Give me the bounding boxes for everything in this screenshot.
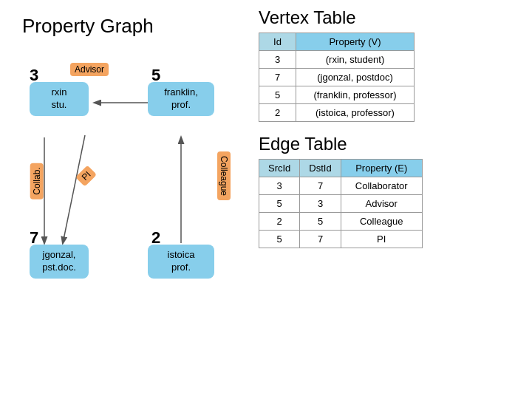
edge-table-row: 37Collaborator	[259, 177, 423, 195]
vertex-header-property: Property (V)	[296, 33, 415, 51]
edge-advisor-label: Advisor	[70, 63, 109, 76]
vertex-header-id: Id	[259, 33, 296, 51]
left-panel: Property Graph 3	[0, 0, 251, 399]
edge-srcid-cell: 2	[259, 213, 300, 231]
edge-property-cell: Advisor	[341, 195, 422, 213]
edge-table: SrcId DstId Property (E) 37Collaborator5…	[259, 159, 423, 248]
edge-header-srcid: SrcId	[259, 160, 300, 177]
edge-header-property: Property (E)	[341, 160, 422, 177]
vertex-property-cell: (istoica, professor)	[296, 104, 415, 122]
vertex-property-cell: (franklin, professor)	[296, 86, 415, 104]
vertex-table: Id Property (V) 3(rxin, student)7(jgonza…	[259, 33, 415, 122]
graph-area: 3 rxinstu. 5 franklin,prof. 7 jgonzal,ps…	[22, 52, 236, 326]
edge-property-cell: Collaborator	[341, 177, 422, 195]
edge-table-row: 53Advisor	[259, 195, 423, 213]
edge-dstid-cell: 7	[300, 177, 341, 195]
vertex-table-title: Vertex Table	[259, 7, 517, 28]
vertex-table-section: Vertex Table Id Property (V) 3(rxin, stu…	[259, 7, 517, 122]
vertex-id-cell: 3	[259, 51, 296, 69]
edge-property-cell: Colleague	[341, 213, 422, 231]
node-3: rxinstu.	[30, 82, 89, 116]
edge-header-dstid: DstId	[300, 160, 341, 177]
edge-colleague-label: Colleague	[217, 151, 231, 200]
node-2: istoicaprof.	[148, 245, 214, 279]
left-title: Property Graph	[22, 15, 236, 38]
edge-srcid-cell: 5	[259, 231, 300, 248]
page: Property Graph 3	[0, 0, 532, 399]
vertex-table-row: 2(istoica, professor)	[259, 104, 415, 122]
vertex-property-cell: (jgonzal, postdoc)	[296, 69, 415, 86]
vertex-table-row: 3(rxin, student)	[259, 51, 415, 69]
edge-property-cell: PI	[341, 231, 422, 248]
vertex-id-cell: 7	[259, 69, 296, 86]
edge-srcid-cell: 3	[259, 177, 300, 195]
edge-table-row: 57PI	[259, 231, 423, 248]
edge-table-row: 25Colleague	[259, 213, 423, 231]
edge-dstid-cell: 5	[300, 213, 341, 231]
edge-table-section: Edge Table SrcId DstId Property (E) 37Co…	[259, 134, 517, 248]
edge-srcid-cell: 5	[259, 195, 300, 213]
edge-collab-label: Collab.	[30, 163, 44, 199]
node-7: jgonzal,pst.doc.	[30, 245, 89, 279]
svg-line-3	[63, 135, 85, 243]
vertex-id-cell: 2	[259, 104, 296, 122]
vertex-id-cell: 5	[259, 86, 296, 104]
edge-dstid-cell: 7	[300, 231, 341, 248]
vertex-property-cell: (rxin, student)	[296, 51, 415, 69]
vertex-table-row: 7(jgonzal, postdoc)	[259, 69, 415, 86]
edge-table-title: Edge Table	[259, 134, 517, 154]
vertex-table-row: 5(franklin, professor)	[259, 86, 415, 104]
node-5: franklin,prof.	[148, 82, 214, 116]
right-panel: Vertex Table Id Property (V) 3(rxin, stu…	[251, 0, 532, 399]
edge-dstid-cell: 3	[300, 195, 341, 213]
